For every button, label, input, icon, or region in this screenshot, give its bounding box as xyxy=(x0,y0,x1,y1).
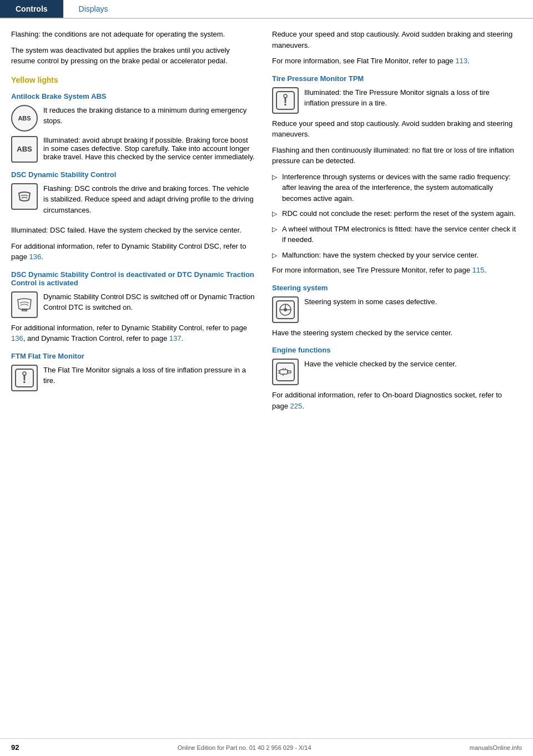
tpm-intro2: For more information, see Flat Tire Moni… xyxy=(272,56,516,67)
ftm-svg: ! xyxy=(14,368,34,388)
dsc-page-link[interactable]: 136 xyxy=(29,253,42,261)
left-column: Flashing: the conditions are not adequat… xyxy=(11,29,255,416)
ftm-row: ! The Flat Tire Monitor signals a loss o… xyxy=(11,365,255,391)
dsc-desc3: For additional information, refer to Dyn… xyxy=(11,241,255,263)
bullet-arrow-2: ▷ xyxy=(272,209,279,219)
svg-rect-14 xyxy=(276,363,294,381)
engine-svg xyxy=(275,362,295,382)
steering-desc2: Have the steering system checked by the … xyxy=(272,327,516,339)
tpm-row: ! Illuminated: the Tire Pressure Monitor… xyxy=(272,87,516,114)
bullet-item-3: ▷ A wheel without TPM electronics is fit… xyxy=(272,224,516,245)
svg-rect-15 xyxy=(280,370,288,374)
bullet-text-3: A wheel without TPM electronics is fitte… xyxy=(282,224,516,245)
dsc-svg xyxy=(16,188,33,205)
steering-heading: Steering system xyxy=(272,284,516,292)
bullet-item-1: ▷ Interference through systems or device… xyxy=(272,172,516,204)
steering-row: Steering system in some cases defective. xyxy=(272,296,516,323)
footer-text: Online Edition for Part no. 01 40 2 956 … xyxy=(178,744,311,751)
tab-displays[interactable]: Displays xyxy=(63,0,124,18)
dsc-off-svg: OFF xyxy=(15,295,34,314)
yellow-lights-heading: Yellow lights xyxy=(11,75,255,84)
engine-heading: Engine functions xyxy=(272,346,516,354)
tpm-page-link[interactable]: 113 xyxy=(455,57,467,65)
content-wrapper: Flashing: the conditions are not adequat… xyxy=(0,19,533,450)
tpm-desc2: Flashing and then continuously illuminat… xyxy=(272,145,516,167)
abs-box-icon: ABS xyxy=(11,136,38,163)
page-number: 92 xyxy=(11,743,19,752)
abs-desc1: It reduces the braking distance to a min… xyxy=(43,105,255,127)
tpm-icon-desc: Illuminated: the Tire Pressure Monitor s… xyxy=(304,87,516,109)
dsc-off-icon: OFF xyxy=(11,291,38,318)
dsc-deact-desc2: For additional information, refer to Dyn… xyxy=(11,322,255,344)
footer: 92 Online Edition for Part no. 01 40 2 9… xyxy=(0,738,533,756)
abs-desc2: Illuminated: avoid abrupt braking if pos… xyxy=(43,136,255,161)
bullet-arrow-3: ▷ xyxy=(272,224,279,245)
svg-point-10 xyxy=(284,308,287,311)
svg-rect-16 xyxy=(288,371,291,373)
ftm-icon: ! xyxy=(11,365,38,391)
dsc-desc2: Illuminated: DSC failed. Have the system… xyxy=(11,225,255,236)
bullet-text-4: Malfunction: have the system checked by … xyxy=(282,250,516,261)
engine-icon xyxy=(272,359,299,385)
dsc-deact-desc1: Dynamic Stability Control DSC is switche… xyxy=(43,291,255,313)
footer-watermark: manualsOnline.info xyxy=(470,744,522,751)
tpm-intro1: Reduce your speed and stop cautiously. A… xyxy=(272,29,516,51)
dsc-deact-heading: DSC Dynamic Stability Control is deactiv… xyxy=(11,270,255,287)
abs-circle-icon: ABS xyxy=(11,105,38,132)
bullet-text-2: RDC could not conclude the reset: perfor… xyxy=(282,208,516,219)
tpm-icon: ! xyxy=(272,87,299,114)
dsc-desc1: Flashing: DSC controls the drive and bra… xyxy=(43,183,255,216)
engine-page-link[interactable]: 225 xyxy=(290,402,303,410)
bullet-arrow-1: ▷ xyxy=(272,172,279,204)
ftm-heading: FTM Flat Tire Monitor xyxy=(11,352,255,360)
tpm-heading: Tire Pressure Monitor TPM xyxy=(272,74,516,83)
intro-para2: The system was deactivated but applies t… xyxy=(11,45,255,67)
abs-row2: ABS Illuminated: avoid abrupt braking if… xyxy=(11,136,255,163)
abs-row1: ABS It reduces the braking distance to a… xyxy=(11,105,255,132)
dsc-deact-row: OFF Dynamic Stability Control DSC is swi… xyxy=(11,291,255,318)
tab-controls[interactable]: Controls xyxy=(0,0,63,18)
bullet-arrow-4: ▷ xyxy=(272,250,279,261)
bullet-item-4: ▷ Malfunction: have the system checked b… xyxy=(272,250,516,261)
tpm-bullets: ▷ Interference through systems or device… xyxy=(272,172,516,261)
svg-text:OFF: OFF xyxy=(22,309,27,312)
tpm-svg: ! xyxy=(275,90,295,110)
bullet-text-1: Interference through systems or devices … xyxy=(282,172,516,204)
engine-row: Have the vehicle checked by the service … xyxy=(272,359,516,385)
abs-heading: Antilock Brake System ABS xyxy=(11,92,255,100)
engine-desc2: For additional information, refer to On-… xyxy=(272,390,516,411)
tpm-footer: For more information, see Tire Pressure … xyxy=(272,265,516,276)
engine-desc1: Have the vehicle checked by the service … xyxy=(304,359,457,370)
ftm-desc: The Flat Tire Monitor signals a loss of … xyxy=(43,365,255,386)
intro-para1: Flashing: the conditions are not adequat… xyxy=(11,29,255,40)
bullet-item-2: ▷ RDC could not conclude the reset: perf… xyxy=(272,208,516,219)
dsc-heading: DSC Dynamic Stability Control xyxy=(11,170,255,179)
tpm-desc1: Reduce your speed and stop cautiously. A… xyxy=(272,118,516,140)
steering-svg xyxy=(275,300,295,320)
tpm-footer-page-link[interactable]: 115 xyxy=(472,266,485,274)
dsc-row: Flashing: DSC controls the drive and bra… xyxy=(11,183,255,221)
steering-icon xyxy=(272,296,299,323)
dsc-deact-page1-link[interactable]: 136 xyxy=(11,334,23,342)
dsc-deact-page2-link[interactable]: 137 xyxy=(169,334,182,342)
top-nav: Controls Displays xyxy=(0,0,533,19)
dsc-icon xyxy=(11,183,38,210)
steering-desc1: Steering system in some cases defective. xyxy=(304,296,437,308)
right-column: Reduce your speed and stop cautiously. A… xyxy=(272,29,516,416)
